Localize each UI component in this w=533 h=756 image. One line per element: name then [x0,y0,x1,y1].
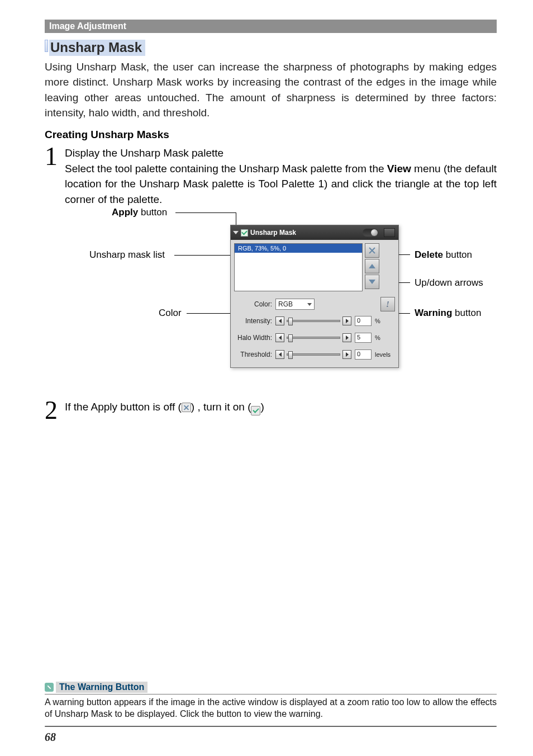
slider-thumb[interactable] [288,351,293,359]
step-1-body-a: Select the tool palette containing the U… [65,163,387,174]
collapse-triangle-icon[interactable] [233,231,239,234]
move-down-button[interactable] [365,275,379,289]
bottom-rule [45,726,497,727]
halo-unit: % [375,334,395,341]
right-arrow-icon [346,336,349,340]
color-select[interactable]: RGB [275,299,315,310]
step-2-body: If the Apply button is off () , turn it … [65,399,497,421]
callout-delete: Delete button [415,249,472,261]
dropdown-arrow-icon [307,303,312,306]
right-arrow-icon [346,352,349,357]
palette-menu-button[interactable] [384,228,395,237]
callout-warning: Warning button [415,308,481,319]
move-up-button[interactable] [365,259,379,273]
view-menu-name: View [387,163,411,174]
section-header: Image Adjustment [45,20,497,33]
unsharp-mask-list[interactable]: RGB, 73%, 5%, 0 [234,243,363,291]
left-arrow-icon [279,336,282,340]
warning-icon: ! [386,300,389,309]
left-arrow-icon [279,319,282,323]
note-icon [45,683,54,692]
apply-checkbox[interactable] [241,229,248,237]
unsharp-mask-palette: Unsharp Mask RGB, 73%, 5%, 0 Color: [230,225,399,368]
title-accent [45,40,48,52]
left-arrow-icon [279,352,282,357]
palette-titlebar[interactable]: Unsharp Mask [231,225,398,240]
intensity-slider[interactable] [287,320,340,322]
palette-diagram: Apply button Unsharp mask list Color Del… [45,209,497,399]
callout-color: Color [159,308,182,319]
threshold-decrease[interactable] [275,350,284,359]
slider-thumb[interactable] [288,334,293,342]
right-arrow-icon [346,319,349,323]
threshold-increase[interactable] [342,350,351,359]
page-number: 68 [45,731,56,744]
halo-value[interactable]: 5 [355,333,372,343]
step-2: 2 If the Apply button is off () , turn i… [45,399,497,421]
color-label: Color: [234,300,272,308]
intro-paragraph: Using Unsharp Mask, the user can increas… [45,59,497,121]
intensity-label: Intensity: [234,317,272,325]
up-arrow-icon [369,264,375,268]
intensity-value[interactable]: 0 [355,316,372,326]
note-divider [45,694,497,694]
x-icon [368,247,376,254]
color-value: RGB [278,300,293,308]
halo-decrease[interactable] [275,333,284,342]
threshold-unit: levels [375,351,395,358]
threshold-slider[interactable] [287,353,340,356]
subheading: Creating Unsharp Masks [45,129,497,141]
step-1: 1 Display the Unsharp Mask palette Selec… [45,145,497,207]
halo-increase[interactable] [342,333,351,342]
intensity-increase[interactable] [342,316,351,325]
apply-on-icon [251,406,260,415]
step-1-number: 1 [45,145,61,207]
delete-button[interactable] [365,243,379,258]
callout-list: Unsharp mask list [89,249,165,261]
step-1-title: Display the Unsharp Mask palette [65,145,497,161]
halo-slider[interactable] [287,337,340,339]
step-2-number: 2 [45,399,61,421]
list-item-selected[interactable]: RGB, 73%, 5%, 0 [235,244,362,253]
callout-apply: Apply button [112,207,167,218]
down-arrow-icon [369,280,375,284]
leader-list [174,255,235,256]
slider-thumb[interactable] [288,318,293,325]
halo-label: Halo Width: [234,334,272,342]
intensity-unit: % [375,318,395,324]
apply-off-icon [182,403,191,412]
warning-button[interactable]: ! [380,297,395,311]
page-title: Unsharp Mask [49,40,145,56]
note-title: The Warning Button [56,682,147,693]
palette-title: Unsharp Mask [250,229,296,237]
intensity-decrease[interactable] [275,316,284,325]
note-text: A warning button appears if the image in… [45,696,497,720]
threshold-value[interactable]: 0 [355,349,372,360]
toggle-switch[interactable] [363,229,378,237]
warning-note: The Warning Button A warning button appe… [45,682,497,720]
callout-arrows: Up/down arrows [415,277,483,289]
leader-apply-h [175,212,236,213]
threshold-label: Threshold: [234,351,272,358]
